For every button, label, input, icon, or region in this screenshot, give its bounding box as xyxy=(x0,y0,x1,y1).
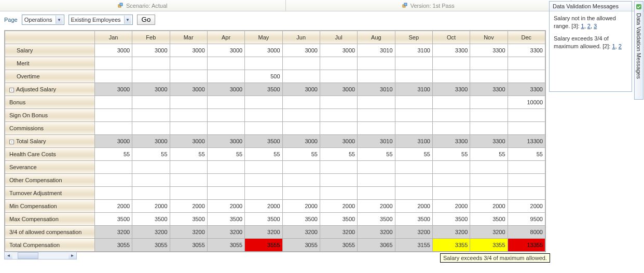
data-cell[interactable] xyxy=(432,187,470,200)
row-header[interactable]: Merit xyxy=(5,57,95,70)
column-header[interactable]: Oct xyxy=(432,31,470,44)
data-cell[interactable] xyxy=(395,187,432,200)
data-cell[interactable]: 55 xyxy=(207,148,244,161)
data-cell[interactable]: 3100 xyxy=(395,44,432,57)
data-cell[interactable] xyxy=(94,70,132,83)
data-cell[interactable] xyxy=(282,187,320,200)
data-cell[interactable]: 3500 xyxy=(207,213,244,226)
data-cell[interactable] xyxy=(320,109,357,122)
data-cell[interactable]: 3500 xyxy=(358,213,395,226)
data-cell[interactable] xyxy=(432,96,470,109)
data-cell[interactable] xyxy=(320,57,357,70)
data-cell[interactable] xyxy=(170,109,207,122)
data-cell[interactable] xyxy=(320,161,357,174)
data-cell[interactable] xyxy=(358,70,395,83)
data-cell[interactable]: 2000 xyxy=(282,200,320,213)
column-header[interactable]: Nov xyxy=(470,31,508,44)
data-cell[interactable] xyxy=(470,57,508,70)
data-cell[interactable] xyxy=(132,70,170,83)
row-header[interactable]: Severance xyxy=(5,161,95,174)
data-cell[interactable] xyxy=(470,187,508,200)
data-cell[interactable]: 2000 xyxy=(132,200,170,213)
data-cell[interactable]: 2000 xyxy=(207,200,244,213)
department-select[interactable]: Operations ▼ xyxy=(22,15,64,25)
version-segment[interactable]: Version: 1st Pass xyxy=(286,0,572,11)
data-cell[interactable]: 13355 xyxy=(508,239,545,252)
data-cell[interactable] xyxy=(320,70,357,83)
data-cell[interactable] xyxy=(470,161,508,174)
data-cell[interactable] xyxy=(508,109,545,122)
data-cell[interactable]: 3200 xyxy=(94,226,132,239)
data-cell[interactable] xyxy=(282,57,320,70)
data-cell[interactable] xyxy=(132,57,170,70)
data-cell[interactable] xyxy=(508,174,545,187)
data-cell[interactable]: 55 xyxy=(470,148,508,161)
validation-link[interactable]: 3 xyxy=(594,23,597,29)
data-cell[interactable]: 3000 xyxy=(94,83,132,96)
data-cell[interactable] xyxy=(132,187,170,200)
data-cell[interactable] xyxy=(245,57,282,70)
row-header[interactable]: -Total Salary xyxy=(5,135,95,148)
data-cell[interactable]: 3500 xyxy=(282,213,320,226)
data-cell[interactable] xyxy=(508,57,545,70)
data-cell[interactable]: 2000 xyxy=(508,200,545,213)
data-cell[interactable]: 3355 xyxy=(432,239,470,252)
data-cell[interactable]: 3065 xyxy=(358,239,395,252)
data-cell[interactable]: 3300 xyxy=(470,135,508,148)
data-cell[interactable] xyxy=(358,187,395,200)
data-cell[interactable] xyxy=(170,161,207,174)
data-cell[interactable]: 55 xyxy=(320,148,357,161)
data-cell[interactable]: 3000 xyxy=(245,44,282,57)
data-cell[interactable] xyxy=(432,161,470,174)
data-cell[interactable] xyxy=(94,122,132,135)
data-cell[interactable] xyxy=(320,174,357,187)
data-cell[interactable] xyxy=(470,70,508,83)
data-cell[interactable] xyxy=(320,122,357,135)
validation-link[interactable]: 1 xyxy=(612,43,615,49)
data-cell[interactable]: 3000 xyxy=(170,44,207,57)
data-cell[interactable] xyxy=(207,57,244,70)
collapse-toggle[interactable]: - xyxy=(9,88,14,92)
data-cell[interactable]: 3100 xyxy=(395,135,432,148)
data-cell[interactable] xyxy=(358,57,395,70)
data-cell[interactable]: 3300 xyxy=(470,44,508,57)
data-cell[interactable] xyxy=(320,187,357,200)
data-cell[interactable] xyxy=(470,109,508,122)
data-cell[interactable]: 3200 xyxy=(245,226,282,239)
scroll-right-button[interactable]: ► xyxy=(68,252,76,259)
data-cell[interactable] xyxy=(395,57,432,70)
data-cell[interactable]: 2000 xyxy=(245,200,282,213)
data-cell[interactable]: 3000 xyxy=(94,135,132,148)
data-cell[interactable] xyxy=(395,122,432,135)
data-cell[interactable] xyxy=(132,174,170,187)
row-header[interactable]: Health Care Costs xyxy=(5,148,95,161)
data-cell[interactable] xyxy=(170,96,207,109)
data-cell[interactable]: 10000 xyxy=(508,96,545,109)
column-header[interactable]: Apr xyxy=(207,31,244,44)
data-cell[interactable] xyxy=(207,174,244,187)
data-cell[interactable] xyxy=(508,187,545,200)
data-cell[interactable] xyxy=(94,109,132,122)
data-cell[interactable] xyxy=(94,96,132,109)
data-cell[interactable]: 500 xyxy=(245,70,282,83)
data-cell[interactable] xyxy=(432,109,470,122)
data-cell[interactable]: 3300 xyxy=(508,83,545,96)
data-cell[interactable] xyxy=(358,161,395,174)
data-cell[interactable] xyxy=(132,122,170,135)
data-cell[interactable]: 3200 xyxy=(207,226,244,239)
scroll-thumb[interactable] xyxy=(18,252,38,259)
data-cell[interactable] xyxy=(170,174,207,187)
data-cell[interactable] xyxy=(395,174,432,187)
column-header[interactable]: Mar xyxy=(170,31,207,44)
data-cell[interactable]: 3500 xyxy=(432,213,470,226)
row-header[interactable]: Salary xyxy=(5,44,95,57)
data-cell[interactable]: 3355 xyxy=(470,239,508,252)
row-header[interactable]: 3/4 of allowed compensation xyxy=(5,226,95,239)
data-cell[interactable] xyxy=(94,57,132,70)
data-cell[interactable] xyxy=(94,187,132,200)
data-cell[interactable]: 55 xyxy=(282,148,320,161)
row-header[interactable]: Bonus xyxy=(5,96,95,109)
data-cell[interactable] xyxy=(245,109,282,122)
data-cell[interactable]: 55 xyxy=(432,148,470,161)
data-cell[interactable]: 3000 xyxy=(207,83,244,96)
